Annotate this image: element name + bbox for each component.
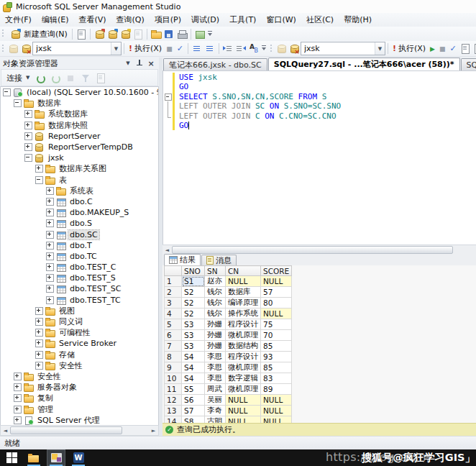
grid-cell[interactable]: 70 [261,330,292,341]
grid-cell[interactable]: 程序设计 [226,352,261,362]
available-databases-combo[interactable]: jxsk ▼ [32,42,122,55]
grid-cell[interactable]: S2 [182,287,205,298]
document-tab[interactable]: SQLQuery25.sql - ...笔记本66 [461,58,476,70]
column-header[interactable]: CN [226,266,261,276]
expand-toggle-icon[interactable] [35,329,43,337]
row-number-cell[interactable]: 9 [165,362,182,373]
tree-item[interactable]: 数据库 [1,98,158,109]
grid-cell[interactable]: NULL [261,276,292,287]
row-number-cell[interactable]: 1 [165,276,182,287]
menu-item[interactable]: 帮助(H) [339,13,377,27]
grid-cell[interactable]: 孙姗 [205,319,226,330]
grid-cell[interactable]: S4 [182,373,205,384]
expand-toggle-icon[interactable] [35,339,43,347]
query-options-icon[interactable] [459,43,471,54]
grid-cell[interactable]: S2 [182,309,205,319]
change-connection-icon[interactable] [7,43,19,54]
filter-icon[interactable] [80,73,91,83]
grid-cell[interactable]: S5 [182,384,205,395]
grid-cell[interactable]: NULL [261,406,292,416]
indent-icon[interactable] [222,43,234,54]
expand-toggle-icon[interactable] [46,252,54,260]
grid-cell[interactable]: 编译原理 [226,298,261,309]
messages-tab[interactable]: 消息 [201,255,237,265]
script-icon[interactable] [95,73,106,83]
scroll-right-icon[interactable]: ► [149,428,158,434]
pin-icon[interactable] [134,59,145,68]
scroll-left-icon[interactable]: ◄ [163,247,172,253]
grid-cell[interactable]: 李思 [205,362,226,373]
row-number-cell[interactable]: 10 [165,373,182,384]
close-icon[interactable] [146,59,156,68]
tree-item[interactable]: 表 [1,175,158,186]
tree-item[interactable]: Service Broker [1,338,158,349]
grid-cell[interactable]: S3 [182,319,205,330]
chevron-down-icon[interactable]: ▼ [375,42,385,55]
grid-cell[interactable]: S7 [182,406,205,416]
expand-toggle-icon[interactable] [46,285,54,293]
row-number-cell[interactable]: 5 [165,319,182,330]
tree-item[interactable]: SQL Server 代理 [1,415,158,426]
expand-toggle-icon[interactable] [14,394,22,402]
grid-cell[interactable]: S1 [182,276,205,287]
tree-item[interactable]: dbo.SC [1,229,158,239]
tree-item[interactable]: 服务器对象 [1,382,158,393]
execute-button[interactable]: ! 执行(X) [127,42,164,55]
tree-item[interactable]: dbo.TEST_TC [1,295,158,306]
document-tab[interactable]: SQLQuery27.sql - ...笔记本666\acer (58))* [268,58,460,70]
tree-item[interactable]: dbo.T [1,240,158,251]
sql-editor[interactable]: USE jxskGOSELECT S.SNO,SN,CN,SCORE FROM … [163,70,476,247]
scrollbar-thumb[interactable] [172,246,453,254]
editor-hscrollbar[interactable]: ◄ [163,245,476,255]
menu-item[interactable]: 文件(F) [0,13,37,27]
row-number-cell[interactable]: 13 [165,406,182,416]
cancel-button[interactable]: ■ [437,45,448,53]
collapse-toggle-icon[interactable] [35,176,43,184]
grid-cell[interactable]: S6 [182,395,205,406]
grid-cell[interactable]: 孙姗 [205,341,226,352]
expand-toggle-icon[interactable] [46,187,54,195]
grid-cell[interactable]: 数据库 [226,287,261,298]
available-databases-combo[interactable]: jxsk ▼ [301,42,385,55]
db-engine-query-icon[interactable] [93,29,105,40]
collapse-toggle-icon[interactable] [3,88,11,96]
tree-item[interactable]: dbo.S [1,218,158,229]
print-icon[interactable] [176,29,188,40]
tree-item[interactable]: 同义词 [1,316,158,327]
menu-item[interactable]: 社区(C) [301,13,339,27]
expand-toggle-icon[interactable] [46,296,54,304]
grid-cell[interactable]: NULL [226,276,261,287]
grid-cell[interactable]: 李奇 [205,406,226,416]
row-number-cell[interactable]: 2 [165,287,182,298]
results-tab[interactable]: 结果 [164,254,201,265]
execute-button[interactable]: ! 执行(X) [390,42,428,55]
grid-cell[interactable]: 钱尔 [205,298,226,309]
toolbar-grip[interactable] [1,29,5,39]
tree-item[interactable]: (local) (SQL Server 10.50.1600 - 笔记本666 [1,87,158,98]
save-icon[interactable] [163,29,175,40]
tree-item[interactable]: 存储 [1,350,158,360]
row-number-cell[interactable]: 11 [165,384,182,395]
grid-cell[interactable]: 数据结构 [226,341,261,352]
chevron-down-icon[interactable]: ▼ [111,42,121,55]
grid-cell[interactable]: 数字逻辑 [226,373,261,384]
change-connection-icon[interactable] [275,43,287,54]
grid-cell[interactable]: S3 [182,330,205,341]
grid-cell[interactable]: 57 [261,287,292,298]
ssms-button[interactable] [47,449,65,466]
tree-item[interactable]: dbo.TEST_SC [1,283,158,294]
grid-cell[interactable]: 钱尔 [205,287,226,298]
grid-cell[interactable]: 李思 [205,373,226,384]
menu-item[interactable]: 查看(V) [73,13,111,27]
toolbar-grip[interactable] [1,44,5,54]
menu-item[interactable]: 项目(P) [150,13,186,27]
expand-toggle-icon[interactable] [46,263,54,271]
tree-item[interactable]: dbo.TEST_C [1,262,158,273]
tree-item[interactable]: dbo.MAKEUP_S [1,207,158,218]
tree-item[interactable]: 复制 [1,393,158,403]
grid-cell[interactable]: 吴丽 [205,395,226,406]
grid-corner-cell[interactable] [165,266,182,276]
scrollbar-thumb[interactable] [10,426,122,434]
expand-toggle-icon[interactable] [46,219,54,227]
grid-cell[interactable]: S2 [182,298,205,309]
